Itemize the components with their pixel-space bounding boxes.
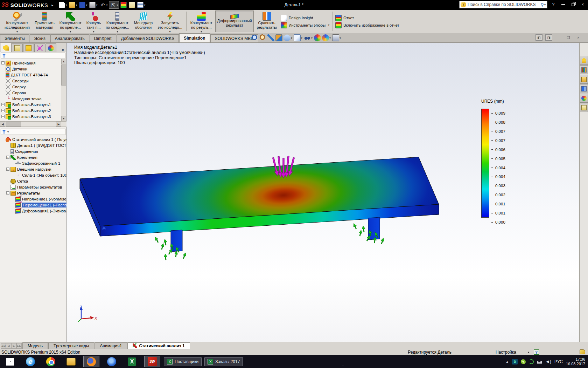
clock[interactable]: 17:36 16.03.2017 <box>566 357 585 366</box>
tree-expand-icon[interactable]: + <box>1 61 5 64</box>
tree-expand-icon[interactable]: + <box>1 103 5 106</box>
tree-item[interactable]: -Результаты <box>0 190 66 196</box>
filter-dropdown-icon[interactable]: ▾ <box>7 130 9 134</box>
tray-flower-icon[interactable] <box>521 359 526 364</box>
tree-item[interactable]: Статический анализ 1 (-По умол <box>0 136 66 142</box>
thunderbird-taskbar-button[interactable] <box>104 356 120 367</box>
include-image-button[interactable]: Включить изображение в отчет <box>335 22 399 28</box>
solidworks-taskbar-button[interactable] <box>144 356 160 367</box>
search-icon[interactable]: ⚲ <box>540 2 544 7</box>
dropdown-icon[interactable]: ▾ <box>96 4 97 7</box>
save-button[interactable]: ▾ <box>78 1 88 8</box>
shell-manager-button[interactable]: Менеджер оболочки <box>132 11 155 32</box>
minimize-doc-button[interactable]: – <box>555 34 562 41</box>
internet-explorer-taskbar-button[interactable] <box>22 356 38 367</box>
dropdown-icon[interactable]: ▾ <box>86 4 87 7</box>
dropdown-icon[interactable]: ▾ <box>70 30 71 33</box>
file-properties-button[interactable] <box>128 1 136 8</box>
tree-item[interactable]: Сила-1 (:На объект: 100 kg <box>0 172 66 178</box>
dropdown-icon[interactable]: ▾ <box>16 30 18 33</box>
plate-model[interactable] <box>80 157 439 236</box>
undo-button[interactable]: ↶▾ <box>99 1 108 8</box>
dropdown-icon[interactable]: ▾ <box>76 4 77 7</box>
feature-manager-tab-button[interactable] <box>1 43 12 52</box>
tab-эскиз[interactable]: Эскиз <box>30 34 50 42</box>
tree-item[interactable]: Сетка <box>0 178 66 184</box>
tab-элементы[interactable]: Элементы <box>0 34 29 42</box>
view-palette-button[interactable] <box>580 84 588 93</box>
tree-expand-icon[interactable]: + <box>1 115 5 118</box>
dropdown-icon[interactable]: ▾ <box>311 36 313 40</box>
file-explorer-button[interactable] <box>580 75 588 84</box>
tree-expand-icon[interactable]: - <box>6 156 9 159</box>
sheet-nav-icon-2[interactable]: ▶ <box>11 343 16 349</box>
dropdown-icon[interactable]: ▾ <box>301 36 302 40</box>
excel-taskbar-button[interactable] <box>124 356 140 367</box>
vscroll-thumb[interactable] <box>61 64 66 86</box>
feature-tree-hscrollbar[interactable]: ◀ ▶ <box>0 121 66 127</box>
view-orientation-button[interactable]: ▾ <box>284 34 293 41</box>
tree-item[interactable]: Исходная точка <box>0 96 66 102</box>
compare-results-button[interactable]: Сравнить результаты <box>254 11 279 32</box>
volume-icon[interactable]: ◄) <box>545 359 551 364</box>
search-dropdown-icon[interactable]: ▾ <box>544 3 546 6</box>
zoom-to-area-button[interactable] <box>259 34 266 41</box>
dropdown-icon[interactable]: ▾ <box>93 30 94 33</box>
tree-expand-icon[interactable]: - <box>6 168 9 171</box>
close-doc-button[interactable]: × <box>575 34 582 41</box>
apply-scene-button[interactable]: ▾ <box>322 34 331 41</box>
tray-expand-icon[interactable]: ▲ <box>506 360 509 363</box>
view-settings-button[interactable]: ▾ <box>332 34 341 41</box>
appearances-button[interactable] <box>580 94 588 103</box>
tree-item[interactable]: Датчики <box>0 66 66 72</box>
study-tree-filter[interactable]: ▾ <box>1 129 65 135</box>
ti-app-icon[interactable]: ti <box>512 359 518 364</box>
bottom-tab-анимация1[interactable]: Анимация1 <box>94 342 127 349</box>
tree-item[interactable]: Спереди <box>0 78 66 84</box>
menu-expander-icon[interactable]: ▸ <box>51 3 53 7</box>
chrome-taskbar-button[interactable] <box>43 356 59 367</box>
tree-item[interactable]: Соединения <box>0 148 66 154</box>
pane-left-button[interactable]: ◧ <box>536 34 542 41</box>
dimxpert-manager-tab-button[interactable] <box>34 43 45 52</box>
hscroll-thumb[interactable] <box>6 122 21 127</box>
connections-advisor-button[interactable]: Консультант по соедине...▾ <box>104 11 131 32</box>
file-explorer-taskbar-button[interactable] <box>63 356 79 367</box>
custom-properties-button[interactable] <box>580 103 588 112</box>
tree-item[interactable]: -Крепления <box>0 154 66 160</box>
hide-show-items-button[interactable]: ▾ <box>304 34 313 41</box>
bottom-tab-трехмерные-виды[interactable]: Трехмерные виды <box>48 342 94 349</box>
tree-item[interactable]: +Бобышка-Вытянуть2 <box>0 108 66 114</box>
zoom-to-selection-button[interactable] <box>267 34 274 41</box>
dropdown-icon[interactable]: ▾ <box>340 36 341 40</box>
dropdown-icon[interactable]: ▾ <box>291 36 292 40</box>
display-style-button[interactable]: ▾ <box>294 34 303 41</box>
apply-material-button[interactable]: Применить материал <box>33 11 57 32</box>
tree-item[interactable]: Параметры результатов <box>0 184 66 190</box>
panel-overflow-icon[interactable]: » <box>62 47 66 52</box>
tree-item[interactable]: Перемещение1 (-Распол <box>0 202 66 208</box>
firefox-taskbar-button[interactable] <box>83 356 99 367</box>
design-insight-button[interactable]: Design Insight <box>281 15 330 21</box>
configuration-manager-tab-button[interactable] <box>23 43 34 52</box>
bottom-tab-модель[interactable]: Модель <box>22 342 48 349</box>
section-view-button[interactable] <box>275 34 282 41</box>
start-button-taskbar-button[interactable] <box>2 356 18 367</box>
tree-expand-icon[interactable]: + <box>1 109 5 112</box>
tree-expand-icon[interactable]: - <box>6 191 9 195</box>
status-tag-icon[interactable] <box>580 349 585 354</box>
network-icon[interactable] <box>537 360 542 364</box>
scroll-down-icon[interactable]: ▼ <box>61 116 66 121</box>
dropdown-icon[interactable]: ▾ <box>329 36 331 40</box>
dropdown-icon[interactable]: ▾ <box>65 4 67 7</box>
scroll-right-icon[interactable]: ▶ <box>56 122 61 127</box>
property-manager-tab-button[interactable] <box>12 43 23 52</box>
dropdown-icon[interactable]: ▾ <box>328 23 329 27</box>
feature-tree-vscrollbar[interactable]: ▲ ▼ <box>61 59 66 121</box>
fixtures-advisor-button[interactable]: Консультант по крепле...▾ <box>57 11 84 32</box>
graphics-viewport[interactable]: Имя модели:Деталь1 Название исследования… <box>66 43 579 342</box>
feature-tree-filter[interactable] <box>1 53 65 59</box>
minimize-button[interactable] <box>559 1 567 8</box>
results-advisor-button[interactable]: Консультант по резуль...▾ <box>188 11 215 32</box>
report-button[interactable]: Отчет <box>335 15 399 21</box>
